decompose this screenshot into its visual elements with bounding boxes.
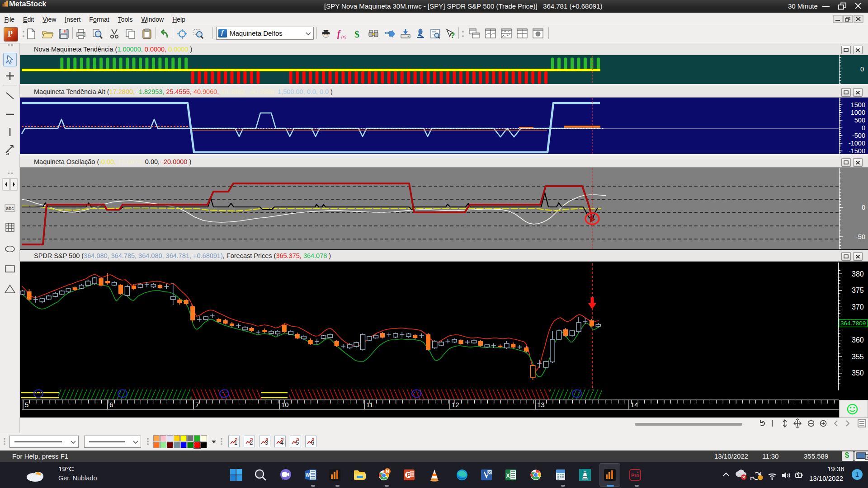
svg-text:11: 11 [366, 401, 373, 408]
svg-text:6: 6 [311, 439, 314, 446]
svg-text:6: 6 [109, 401, 113, 408]
svg-text:MetaStock: MetaStock [9, 0, 47, 8]
svg-text:375: 375 [852, 286, 864, 294]
svg-text:380: 380 [852, 270, 864, 278]
svg-text:5: 5 [296, 439, 299, 446]
svg-text:W: W [306, 473, 310, 478]
svg-text:-50: -50 [856, 233, 865, 240]
svg-text:3: 3 [265, 439, 268, 446]
svg-text:7: 7 [195, 401, 199, 408]
svg-text:13: 13 [537, 401, 545, 408]
svg-text:$: $ [354, 28, 359, 40]
svg-text:1000: 1000 [851, 109, 865, 116]
svg-text:12: 12 [452, 401, 459, 408]
svg-text:Pro: Pro [631, 473, 640, 478]
svg-text:5: 5 [25, 401, 28, 408]
svg-text:10: 10 [281, 401, 289, 408]
svg-text:0: 0 [862, 124, 865, 131]
svg-text:?: ? [450, 31, 455, 40]
svg-text:350: 350 [852, 369, 864, 377]
svg-text:500: 500 [854, 117, 865, 124]
svg-text:2: 2 [250, 439, 253, 446]
svg-text:-1500: -1500 [849, 147, 865, 154]
svg-text:4: 4 [280, 439, 283, 446]
svg-text:14: 14 [631, 401, 638, 408]
svg-text:355: 355 [852, 353, 864, 361]
svg-text:X: X [506, 472, 510, 479]
svg-text:1500: 1500 [851, 101, 865, 108]
svg-text:N: N [386, 469, 389, 474]
svg-text:-500: -500 [852, 132, 865, 139]
svg-text:370: 370 [852, 303, 864, 311]
svg-text:0: 0 [860, 66, 864, 73]
svg-text:-1000: -1000 [849, 140, 865, 147]
svg-text:364.7809: 364.7809 [840, 320, 866, 327]
svg-text:1: 1 [234, 439, 237, 446]
svg-text:f: f [337, 28, 341, 39]
svg-text:(x): (x) [341, 34, 347, 40]
svg-text:360: 360 [852, 336, 864, 344]
svg-text:0: 0 [862, 204, 865, 211]
